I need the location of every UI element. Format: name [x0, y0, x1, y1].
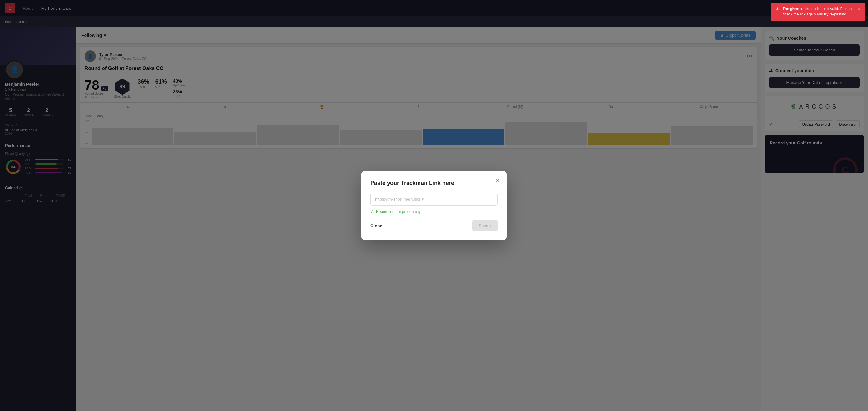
success-check-icon: ✔ — [370, 210, 373, 214]
modal-close-button[interactable]: Close — [370, 223, 382, 228]
modal-success-message: ✔ Report sent for processing — [370, 210, 498, 214]
modal-title: Paste your Trackman Link here. — [370, 180, 498, 186]
modal-overlay: Paste your Trackman Link here. ✕ ✔ Repor… — [0, 0, 868, 411]
warning-icon: ⚠ — [776, 6, 779, 12]
trackman-modal: Paste your Trackman Link here. ✕ ✔ Repor… — [362, 171, 506, 240]
error-toast: ⚠ The given trackman link is invalid. Pl… — [771, 2, 866, 21]
trackman-link-input[interactable] — [370, 193, 498, 205]
modal-submit-button[interactable]: Submit — [472, 220, 498, 231]
modal-close-icon-button[interactable]: ✕ — [496, 177, 500, 184]
toast-message: The given trackman link is invalid. Plea… — [782, 6, 855, 17]
toast-close-button[interactable]: × — [858, 6, 861, 11]
modal-actions: Close Submit — [370, 220, 498, 231]
